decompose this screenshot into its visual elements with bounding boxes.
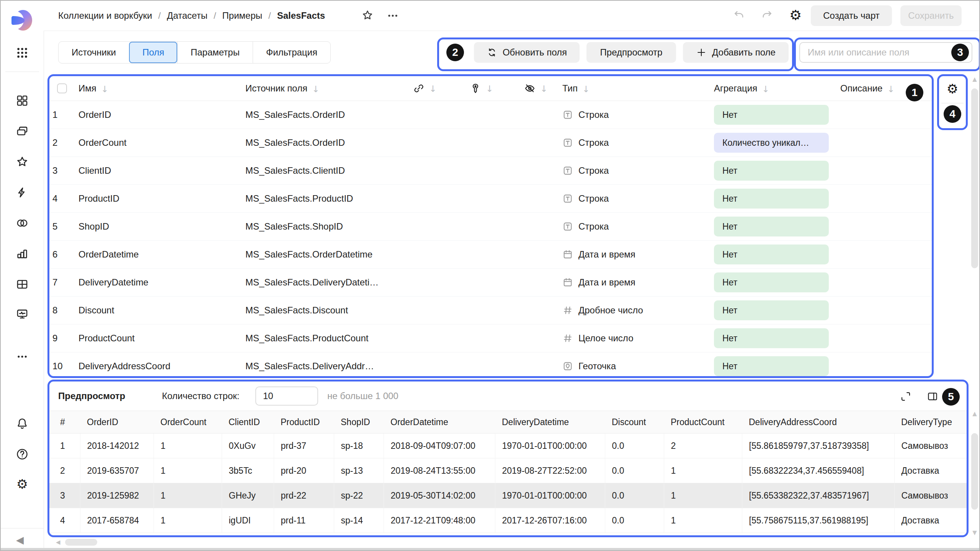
settings-gear-icon[interactable]: ⚙ (15, 477, 29, 491)
aggregation-select[interactable]: Нет (714, 245, 829, 264)
table-row[interactable]: 3 ClientID MS_SalesFacts.ClientID Строка… (49, 157, 932, 185)
tables-icon[interactable] (15, 277, 29, 291)
select-all-checkbox[interactable] (57, 83, 67, 93)
tab-поля[interactable]: Поля (129, 42, 177, 63)
charts-icon[interactable] (15, 247, 29, 261)
vertical-scrollbar[interactable]: ▲ (970, 74, 979, 378)
preview-cell: 2019-05-30T14:02:00 (384, 483, 495, 508)
favorites-star-icon[interactable] (15, 155, 29, 169)
connections-icon[interactable] (15, 216, 29, 230)
table-row[interactable]: 1 OrderID MS_SalesFacts.OrderID Строка Н… (49, 101, 932, 129)
scroll-down-icon[interactable]: ▼ (972, 530, 977, 536)
key-cell (465, 213, 519, 241)
preview-column-header: ClientID (222, 411, 274, 434)
preview-vertical-scrollbar[interactable]: ▲ ▼ (970, 409, 979, 537)
save-button[interactable]: Сохранить (900, 5, 962, 26)
aggregation-select[interactable]: Нет (714, 189, 829, 209)
tab-параметры[interactable]: Параметры (177, 42, 253, 63)
aggregation-select[interactable]: Нет (714, 356, 829, 376)
table-row[interactable]: 10 DeliveryAddressCoord MS_SalesFacts.De… (49, 352, 932, 380)
hidden-cell (519, 352, 558, 380)
table-row[interactable]: 4 ProductID MS_SalesFacts.ProductID Стро… (49, 185, 932, 213)
dashboards-icon[interactable] (15, 307, 29, 321)
row-count-input[interactable] (255, 386, 318, 406)
string-icon (562, 221, 573, 232)
row-number: 7 (52, 277, 57, 287)
table-row[interactable]: 9 ProductCount MS_SalesFacts.ProductCoun… (49, 324, 932, 352)
column-header-name[interactable]: Имя↓ (75, 76, 242, 101)
aggregation-select[interactable]: Нет (714, 272, 829, 292)
add-field-button[interactable]: Добавить поле (683, 42, 789, 63)
table-settings-gear-icon[interactable]: ⚙ (947, 82, 958, 95)
breadcrumb-item[interactable]: Коллекции и воркбуки (58, 10, 152, 21)
scrollbar-thumb[interactable] (971, 433, 978, 510)
preview-cell: 1970-01-01T00:00:00 (495, 483, 605, 508)
lightning-icon[interactable] (15, 186, 29, 199)
field-source: MS_SalesFacts.OrderDatetime (245, 249, 372, 259)
scroll-left-icon[interactable]: ◀ (56, 540, 60, 545)
preview-button[interactable]: Предпросмотр (586, 42, 676, 63)
undo-icon[interactable] (733, 9, 746, 23)
fields-table-header: Имя↓ Источник поля↓ ↓ ↓ ↓ Тип↓ Агрегация… (49, 76, 932, 101)
tab-фильтрация[interactable]: Фильтрация (253, 42, 330, 63)
gear-icon[interactable]: ⚙ (789, 8, 803, 22)
table-row[interactable]: 5 ShopID MS_SalesFacts.ShopID Строка Нет (49, 213, 932, 241)
scrollbar-thumb[interactable] (971, 88, 978, 268)
horizontal-scrollbar-thumb[interactable] (65, 539, 97, 546)
help-icon[interactable] (15, 447, 29, 461)
sort-down-icon: ↓ (486, 84, 493, 94)
breadcrumb-item[interactable]: Датасеты (167, 10, 207, 21)
column-header-type[interactable]: Тип↓ (558, 76, 711, 101)
column-header-source[interactable]: Источник поля↓ (242, 76, 408, 101)
favorite-star-icon[interactable] (361, 9, 374, 22)
create-chart-button[interactable]: Создать чарт (811, 5, 892, 26)
aggregation-select[interactable]: Количество уникал… (714, 133, 829, 153)
redo-icon[interactable] (760, 9, 774, 23)
table-row[interactable]: 6 OrderDatetime MS_SalesFacts.OrderDatet… (49, 241, 932, 269)
aggregation-select[interactable]: Нет (714, 161, 829, 181)
row-count-label: Количество строк: (162, 381, 239, 411)
column-header-hidden[interactable]: ↓ (519, 76, 558, 101)
preview-cell: [55.758675115,37.561988195] (742, 508, 894, 533)
aggregation-select[interactable]: Нет (714, 105, 829, 125)
hidden-cell (519, 157, 558, 185)
aggregation-select[interactable]: Нет (714, 217, 829, 236)
refresh-fields-button[interactable]: Обновить поля (474, 42, 580, 63)
sidebar-collapse-icon[interactable]: ◀ (16, 535, 24, 545)
field-search-input[interactable] (799, 42, 972, 63)
preview-row[interactable]: 22019-63570713b5Tcprd-20sp-132019-08-24T… (49, 458, 967, 483)
hidden-cell (519, 101, 558, 129)
table-row[interactable]: 8 Discount MS_SalesFacts.Discount Дробно… (49, 297, 932, 324)
preview-row[interactable]: 32019-1259821GHeJyprd-22sp-222019-05-30T… (49, 483, 967, 508)
column-header-key[interactable]: ↓ (465, 76, 519, 101)
tab-источники[interactable]: Источники (59, 42, 129, 63)
preview-row[interactable]: 42017-6587841igUDIprd-11sp-142017-12-21T… (49, 508, 967, 533)
aggregation-select[interactable]: Нет (714, 328, 829, 348)
aggregation-select[interactable]: Нет (714, 300, 829, 320)
split-view-icon[interactable] (927, 391, 938, 402)
annotation-badge-1: 1 (906, 84, 923, 101)
field-source: MS_SalesFacts.OrderID (245, 109, 345, 120)
preview-cell: 2019-125982 (80, 483, 154, 508)
ellipsis-icon[interactable] (385, 11, 400, 20)
table-row[interactable]: 7 DeliveryDatetime MS_SalesFacts.Deliver… (49, 269, 932, 297)
grid-squares-icon[interactable] (15, 94, 29, 108)
preview-cell: GHeJy (222, 483, 274, 508)
apps-grid-icon[interactable] (15, 46, 29, 60)
link-cell (408, 101, 465, 129)
string-icon (562, 165, 573, 176)
scroll-up-icon[interactable]: ▲ (972, 77, 977, 82)
bell-icon[interactable] (15, 417, 29, 430)
preview-row[interactable]: 12018-14201210XuGvprd-37sp-182018-09-04T… (49, 434, 967, 458)
more-dots-icon[interactable] (15, 350, 29, 364)
string-icon (562, 109, 573, 120)
column-header-link[interactable]: ↓ (408, 76, 465, 101)
column-header-aggregation[interactable]: Агрегация↓ (711, 76, 837, 101)
breadcrumb-item[interactable]: Примеры (222, 10, 262, 21)
field-name: DeliveryDatetime (78, 277, 149, 287)
scroll-up-icon[interactable]: ▲ (972, 411, 977, 417)
row-number: 2 (52, 137, 57, 148)
expand-icon[interactable] (900, 391, 911, 402)
collections-icon[interactable] (15, 124, 29, 138)
table-row[interactable]: 2 OrderCount MS_SalesFacts.OrderID Строк… (49, 129, 932, 157)
